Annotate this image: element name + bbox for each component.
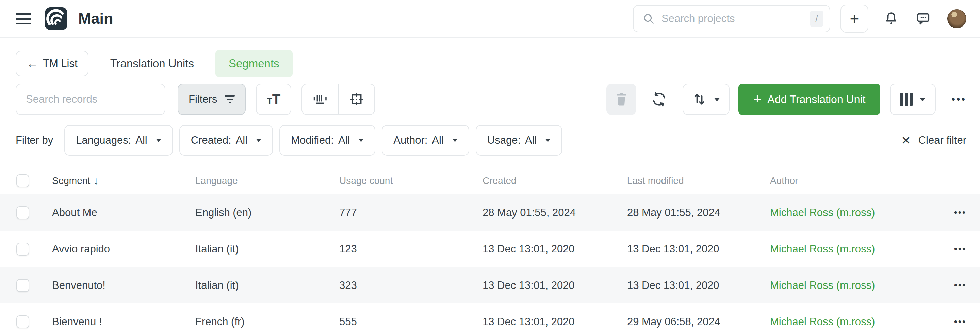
search-projects-box[interactable]: /	[633, 5, 830, 32]
chevron-down-icon	[714, 98, 720, 101]
column-header-last-modified[interactable]: Last modified	[627, 175, 770, 186]
search-records-box[interactable]	[16, 84, 165, 115]
add-translation-unit-label: Add Translation Unit	[767, 93, 865, 106]
filter-usage-dropdown[interactable]: Usage: All	[476, 125, 563, 156]
row-checkbox[interactable]	[16, 279, 29, 292]
back-to-tm-list-button[interactable]: ← TM List	[16, 51, 89, 76]
cell-author-link[interactable]: Michael Ross (m.ross)	[770, 279, 936, 291]
topbar: Main / +	[0, 0, 980, 38]
cell-created: 28 May 01:55, 2024	[482, 207, 627, 219]
trash-icon	[614, 92, 628, 107]
chevron-down-icon	[920, 98, 926, 101]
whitespace-icon	[312, 92, 328, 106]
table-row[interactable]: Bienvenu ! French (fr) 555 13 Dec 13:01,…	[0, 304, 980, 331]
more-options-button[interactable]: •••	[951, 93, 966, 105]
search-records-input[interactable]	[26, 93, 155, 105]
cell-author-link[interactable]: Michael Ross (m.ross)	[770, 316, 936, 328]
table-header-row: Segment ↓ Language Usage count Created L…	[0, 167, 980, 195]
table-row[interactable]: Avvio rapido Italian (it) 123 13 Dec 13:…	[0, 231, 980, 267]
cell-usage-count: 777	[339, 207, 482, 219]
sort-arrows-icon	[692, 92, 707, 107]
filter-value: All	[236, 134, 247, 146]
chevron-down-icon	[156, 139, 161, 142]
show-whitespace-button[interactable]	[302, 84, 338, 114]
frame-target-icon	[349, 92, 364, 107]
row-more-options-button[interactable]: •••	[954, 280, 966, 291]
cell-language: Italian (it)	[195, 243, 339, 255]
cell-author-link[interactable]: Michael Ross (m.ross)	[770, 207, 936, 219]
cell-created: 13 Dec 13:01, 2020	[482, 316, 627, 328]
filter-created-dropdown[interactable]: Created: All	[179, 125, 273, 156]
page-title: Main	[78, 10, 113, 27]
feedback-chat-button[interactable]	[915, 11, 931, 27]
view-options-group	[301, 84, 375, 115]
chat-icon	[915, 11, 931, 27]
cell-last-modified: 13 Dec 13:01, 2020	[627, 279, 770, 291]
cell-language: French (fr)	[195, 316, 339, 328]
text-case-toggle-button[interactable]: TT	[256, 84, 291, 115]
column-header-created[interactable]: Created	[482, 175, 627, 186]
filter-name: Languages:	[76, 134, 131, 146]
refresh-icon	[651, 91, 668, 108]
row-checkbox[interactable]	[16, 242, 29, 255]
refresh-button[interactable]	[651, 91, 668, 108]
cell-usage-count: 323	[339, 279, 482, 291]
app-logo-icon[interactable]	[45, 8, 67, 30]
chevron-down-icon	[358, 139, 364, 142]
clear-filter-button[interactable]: ✕ Clear filter	[901, 134, 966, 146]
select-all-checkbox[interactable]	[16, 174, 29, 187]
chevron-down-icon	[256, 139, 261, 142]
search-projects-input[interactable]	[662, 13, 810, 25]
breadcrumb-nav: ← TM List Translation Units Segments	[0, 38, 980, 78]
sort-button[interactable]	[682, 84, 730, 115]
row-more-options-button[interactable]: •••	[954, 317, 966, 327]
column-header-author[interactable]: Author	[770, 175, 936, 186]
filter-bar: Filter by Languages: All Created: All Mo…	[0, 115, 980, 156]
hamburger-menu-icon[interactable]	[16, 13, 31, 24]
segments-table: Segment ↓ Language Usage count Created L…	[0, 166, 980, 331]
cell-segment: Benvenuto!	[52, 279, 195, 291]
filter-author-dropdown[interactable]: Author: All	[382, 125, 469, 156]
filter-languages-dropdown[interactable]: Languages: All	[64, 125, 173, 156]
topbar-actions: / +	[633, 5, 966, 33]
filters-button-label: Filters	[189, 93, 217, 105]
table-row[interactable]: Benvenuto! Italian (it) 323 13 Dec 13:01…	[0, 267, 980, 304]
chevron-down-icon	[545, 139, 550, 142]
search-shortcut-badge: /	[810, 11, 824, 27]
cell-usage-count: 123	[339, 243, 482, 255]
delete-selected-button[interactable]	[606, 84, 636, 115]
table-row[interactable]: About Me English (en) 777 28 May 01:55, …	[0, 195, 980, 231]
cell-usage-count: 555	[339, 316, 482, 328]
column-header-usage-count[interactable]: Usage count	[339, 175, 482, 186]
filter-value: All	[432, 134, 443, 146]
filter-value: All	[525, 134, 537, 146]
filter-modified-dropdown[interactable]: Modified: All	[279, 125, 375, 156]
create-new-button[interactable]: +	[840, 5, 869, 33]
row-checkbox[interactable]	[16, 206, 29, 219]
cell-last-modified: 28 May 01:55, 2024	[627, 207, 770, 219]
cell-author-link[interactable]: Michael Ross (m.ross)	[770, 243, 936, 255]
columns-icon	[900, 93, 913, 106]
row-checkbox[interactable]	[16, 315, 29, 328]
row-more-options-button[interactable]: •••	[954, 207, 966, 218]
back-arrow-icon: ←	[27, 58, 38, 69]
filter-lines-icon	[224, 95, 235, 103]
app-window: Main / +	[0, 0, 980, 331]
column-header-language[interactable]: Language	[195, 175, 339, 186]
add-translation-unit-button[interactable]: + Add Translation Unit	[738, 84, 881, 115]
tab-segments[interactable]: Segments	[215, 50, 293, 78]
table-body: About Me English (en) 777 28 May 01:55, …	[0, 195, 980, 331]
user-avatar[interactable]	[947, 9, 966, 28]
search-icon	[643, 13, 655, 25]
cell-segment: About Me	[52, 207, 195, 219]
plus-icon: +	[753, 92, 761, 106]
tab-translation-units[interactable]: Translation Units	[110, 57, 194, 70]
filter-name: Created:	[191, 134, 231, 146]
placeholder-frame-button[interactable]	[338, 84, 374, 114]
filters-button[interactable]: Filters	[178, 84, 246, 115]
row-more-options-button[interactable]: •••	[954, 244, 966, 254]
back-button-label: TM List	[43, 57, 78, 70]
column-header-segment[interactable]: Segment ↓	[52, 175, 195, 187]
notifications-button[interactable]	[883, 11, 899, 27]
columns-button[interactable]	[890, 84, 936, 115]
